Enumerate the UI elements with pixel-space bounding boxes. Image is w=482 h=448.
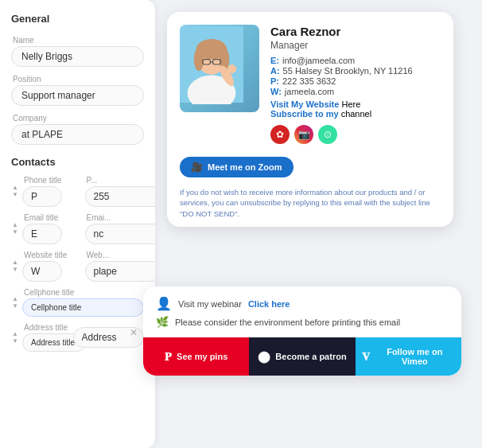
phone-input[interactable] [85, 186, 156, 207]
environment-row: 🌿 Please consider the environment before… [156, 316, 449, 328]
cellphone-stepper-up[interactable]: ▲ [11, 296, 19, 302]
webinar-link[interactable]: Click here [248, 299, 290, 309]
vimeo-icon: 𝐕 [362, 350, 370, 364]
email-stepper-down[interactable]: ▼ [11, 229, 19, 236]
position-input[interactable] [11, 85, 144, 106]
cellphone-stepper[interactable]: ▲ ▼ [11, 296, 19, 310]
pinterest-icon: 𝐏 [165, 350, 172, 364]
website-title-label: Website title [22, 251, 82, 259]
address-title-wrap: Address title [22, 323, 70, 352]
website-label2: Web... [85, 251, 145, 259]
vimeo-label: Follow me on Vimeo [375, 347, 455, 366]
yelp-icon[interactable]: ✿ [270, 125, 290, 144]
webinar-row: 👤 Visit my webinar Click here [156, 296, 449, 311]
name-input[interactable] [11, 46, 144, 67]
contact-info: Cara Reznor Manager E: info@jameela.com … [270, 25, 441, 144]
website-input[interactable] [85, 261, 156, 282]
contacts-title: Contacts [11, 156, 144, 168]
company-field-group: Company [11, 114, 144, 145]
phone-val: 222 335 3632 [282, 76, 336, 86]
email-stepper[interactable]: ▲ ▼ [11, 222, 19, 236]
social-icons-row: ✿ 📷 ⊙ [270, 125, 441, 144]
environment-label: Please consider the environment before p… [175, 317, 400, 327]
cta-buttons-row: 𝐏 See my pins ⬤ Become a patron 𝐕 Follow… [143, 337, 461, 376]
bottom-card: 👤 Visit my webinar Click here 🌿 Please c… [143, 286, 461, 376]
zoom-section: 🎥 Meet me on Zoom [167, 157, 453, 187]
email-input[interactable] [85, 224, 156, 244]
website-link-suffix: Here [339, 99, 360, 109]
info-rows: 👤 Visit my webinar Click here 🌿 Please c… [143, 286, 461, 337]
zoom-camera-icon: 🎥 [191, 162, 203, 173]
phone-value-wrap: P... [85, 176, 145, 207]
phone-stepper[interactable]: ▲ ▼ [11, 185, 19, 198]
email-title-input[interactable] [22, 224, 62, 244]
instagram-icon[interactable]: 📷 [294, 125, 313, 144]
tripadvisor-icon[interactable]: ⊙ [318, 125, 337, 144]
address-val: 55 Halsey St Brooklyn, NY 11216 [283, 66, 413, 76]
profile-photo [180, 25, 259, 112]
pinterest-button[interactable]: 𝐏 See my pins [143, 337, 249, 376]
name-field-group: Name [11, 36, 144, 67]
phone-stepper-up[interactable]: ▲ [11, 185, 19, 191]
address-key: A: [270, 66, 280, 76]
zoom-button[interactable]: 🎥 Meet me on Zoom [180, 157, 293, 177]
patreon-label: Become a patron [275, 352, 346, 361]
website-title-wrap: Website title [22, 251, 82, 282]
contact-name: Cara Reznor [270, 25, 441, 38]
phone-row: ▲ ▼ Phone title P... [11, 176, 144, 207]
vimeo-button[interactable]: 𝐕 Follow me on Vimeo [356, 337, 461, 376]
cellphone-title-input[interactable] [22, 298, 144, 317]
cellphone-row: ▲ ▼ Cellphone title [11, 288, 144, 317]
address-stepper-up[interactable]: ▲ [11, 331, 19, 337]
phone-key: P: [270, 76, 279, 86]
phone-stepper-down[interactable]: ▼ [11, 192, 19, 198]
patreon-button[interactable]: ⬤ Become a patron [249, 337, 355, 376]
phone-title-label: Phone title [22, 176, 82, 185]
cellphone-title-wrap: Cellphone title [22, 288, 144, 317]
address-value-wrap: ✕ [73, 327, 144, 348]
cellphone-title-label: Cellphone title [22, 288, 144, 297]
contact-links: Visit My Website Here Subscribe to my ch… [270, 99, 441, 119]
email-row: ▲ ▼ Email title Emai... [11, 213, 144, 244]
email-stepper-up[interactable]: ▲ [11, 222, 19, 228]
email-title-wrap: Email title [22, 213, 82, 244]
email-title-label: Email title [22, 213, 82, 222]
website-detail: W: jameela.com [270, 87, 441, 96]
phone-title-wrap: Phone title [22, 176, 82, 207]
website-stepper-up[interactable]: ▲ [11, 259, 19, 266]
address-stepper[interactable]: ▲ ▼ [11, 331, 19, 345]
phone-detail: P: 222 335 3632 [270, 76, 441, 86]
unsubscribe-text: If you do not wish to receive more infor… [167, 187, 453, 227]
website-stepper[interactable]: ▲ ▼ [11, 259, 19, 273]
company-input[interactable] [11, 124, 144, 145]
website-val: jameela.com [285, 87, 334, 96]
phone-label2: P... [85, 176, 145, 185]
email-value-wrap: Emai... [85, 213, 145, 244]
zoom-btn-label: Meet me on Zoom [208, 162, 282, 172]
address-row: ▲ ▼ Address title ✕ [11, 323, 144, 352]
email-card: Cara Reznor Manager E: info@jameela.com … [167, 12, 453, 227]
email-label2: Emai... [85, 213, 145, 222]
leaf-icon: 🌿 [156, 316, 169, 328]
website-row: ▲ ▼ Website title Web... [11, 251, 144, 282]
website-link-line: Visit My Website Here [270, 99, 441, 109]
address-stepper-down[interactable]: ▼ [11, 338, 19, 345]
cellphone-stepper-down[interactable]: ▼ [11, 303, 19, 310]
subscribe-link-line: Subscribe to my channel [270, 109, 441, 119]
website-link[interactable]: Visit My Website [270, 99, 339, 109]
name-label: Name [11, 36, 144, 45]
position-field-group: Position [11, 75, 144, 106]
svg-point-4 [194, 48, 204, 71]
webinar-label: Visit my webinar [178, 299, 242, 309]
address-clear-icon[interactable]: ✕ [130, 327, 138, 338]
general-title: General [11, 13, 144, 25]
subscribe-link-suffix: channel [339, 109, 372, 119]
phone-title-input[interactable] [22, 186, 62, 207]
email-detail: E: info@jameela.com [270, 56, 441, 65]
website-title-input[interactable] [22, 261, 62, 282]
address-detail: A: 55 Halsey St Brooklyn, NY 11216 [270, 66, 441, 76]
email-header: Cara Reznor Manager E: info@jameela.com … [167, 12, 453, 157]
position-label: Position [11, 75, 144, 84]
website-stepper-down[interactable]: ▼ [11, 267, 19, 273]
subscribe-link[interactable]: Subscribe to my [270, 109, 339, 119]
